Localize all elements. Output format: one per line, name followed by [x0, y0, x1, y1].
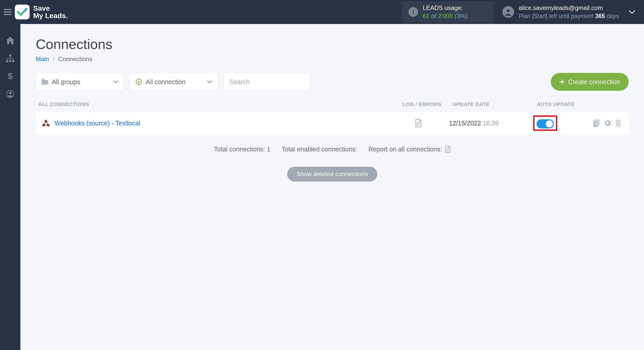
highlight-box — [533, 115, 557, 131]
svg-text:$: $ — [8, 72, 13, 81]
folder-icon — [42, 79, 48, 85]
auto-update-toggle[interactable] — [537, 119, 554, 128]
connection-row: Webhooks (source) - Textlocal 12/15/2022… — [36, 112, 629, 134]
breadcrumb-current: Connections — [58, 56, 92, 62]
usage-text: LEADS usage: 61 of 2'000 (3%) — [423, 4, 467, 20]
account-dropdown-chevron-icon[interactable] — [626, 7, 638, 17]
connection-date: 12/15/2022 16:39 — [444, 120, 526, 127]
col-header-auto: Auto update — [529, 101, 585, 107]
connection-name-link[interactable]: Webhooks (source) - Textlocal — [55, 120, 140, 127]
col-header-log: Log / Errors — [396, 101, 447, 107]
brand-name: Save My Leads — [33, 5, 68, 20]
play-circle-icon — [136, 79, 142, 85]
account-box[interactable]: alice.savemyleads@gmail.com Plan |Start|… — [502, 4, 619, 20]
chevron-down-icon — [207, 80, 212, 83]
summary-row: Total connections: 1 Total enabled conne… — [36, 146, 629, 153]
sidebar: $ — [0, 24, 20, 350]
search-input[interactable] — [229, 78, 305, 86]
info-icon: i — [408, 7, 418, 17]
filters-row: All groups All connection — [36, 73, 629, 91]
trash-icon[interactable] — [614, 119, 623, 127]
brand-logo[interactable]: Save My Leads — [15, 5, 68, 20]
report-document-icon[interactable] — [445, 146, 451, 153]
main-content: Connections Main / Connections All group… — [20, 24, 644, 350]
webhook-icon — [42, 119, 50, 127]
sidebar-item-billing[interactable]: $ — [3, 69, 18, 84]
svg-rect-13 — [595, 119, 600, 125]
summary-report: Report on all connections: — [368, 146, 450, 153]
sidebar-item-connections[interactable] — [3, 51, 18, 66]
logo-mark-icon — [15, 5, 30, 19]
col-header-all: All connections — [38, 101, 396, 107]
show-deleted-button[interactable]: Show deleted connections — [287, 167, 377, 182]
gear-icon[interactable] — [603, 119, 612, 127]
log-document-icon[interactable] — [415, 119, 422, 127]
breadcrumb-main-link[interactable]: Main — [36, 56, 49, 62]
svg-point-7 — [9, 92, 11, 94]
account-email: alice.savemyleads@gmail.com — [519, 4, 619, 12]
svg-rect-4 — [12, 60, 14, 62]
search-box[interactable] — [224, 73, 310, 91]
topbar: Save My Leads i LEADS usage: 61 of 2'000… — [0, 0, 644, 24]
avatar-icon — [502, 6, 514, 18]
groups-select[interactable]: All groups — [36, 73, 124, 91]
summary-enabled: Total enabled connections: — [282, 146, 357, 153]
col-header-date: Update date — [447, 101, 529, 107]
svg-point-0 — [507, 9, 510, 12]
sidebar-item-account[interactable] — [3, 86, 18, 102]
svg-rect-1 — [9, 55, 11, 57]
status-select[interactable]: All connection — [130, 73, 218, 91]
chevron-down-icon — [113, 80, 118, 83]
table-header: All connections Log / Errors Update date… — [36, 101, 629, 112]
svg-rect-3 — [9, 60, 11, 62]
page-title: Connections — [36, 36, 629, 52]
create-connection-button[interactable]: Create connection — [551, 73, 629, 91]
svg-rect-2 — [6, 60, 8, 62]
summary-total: Total connections: 1 — [214, 146, 270, 153]
plus-icon — [560, 79, 565, 84]
account-plan: Plan |Start| left until payment 365 days — [519, 12, 619, 20]
usage-box[interactable]: i LEADS usage: 61 of 2'000 (3%) — [402, 1, 494, 23]
copy-icon[interactable] — [592, 119, 601, 127]
hamburger-menu-icon[interactable] — [2, 6, 13, 18]
sidebar-item-home[interactable] — [3, 33, 18, 48]
breadcrumb: Main / Connections — [36, 56, 629, 63]
